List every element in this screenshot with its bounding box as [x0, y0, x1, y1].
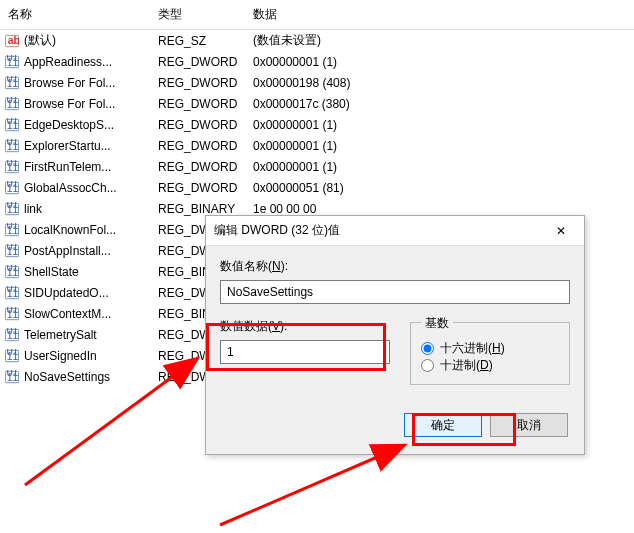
table-row[interactable]: ab(默认)REG_SZ(数值未设置)	[0, 30, 634, 51]
table-row[interactable]: 011110ExplorerStartu...REG_DWORD0x000000…	[0, 135, 634, 156]
col-header-data[interactable]: 数据	[245, 4, 634, 25]
cell-type: REG_DWORD	[154, 55, 249, 69]
binary-value-icon: 011110	[4, 202, 20, 216]
svg-line-53	[220, 445, 405, 525]
table-row[interactable]: 011110AppReadiness...REG_DWORD0x00000001…	[0, 51, 634, 72]
table-row[interactable]: 011110GlobalAssocCh...REG_DWORD0x0000005…	[0, 177, 634, 198]
binary-value-icon: 011110	[4, 349, 20, 363]
binary-value-icon: 011110	[4, 223, 20, 237]
cell-data: 1e 00 00 00	[249, 202, 630, 216]
value-name-label: 数值名称(N):	[220, 258, 570, 275]
svg-text:110: 110	[7, 161, 19, 173]
binary-value-icon: 011110	[4, 76, 20, 90]
radix-hex-radio[interactable]	[421, 342, 434, 355]
svg-text:110: 110	[7, 350, 19, 362]
close-button[interactable]: ✕	[546, 219, 576, 243]
binary-value-icon: 011110	[4, 139, 20, 153]
cell-data: 0x00000001 (1)	[249, 118, 630, 132]
cell-data: 0x00000001 (1)	[249, 55, 630, 69]
dialog-titlebar: 编辑 DWORD (32 位)值 ✕	[206, 216, 584, 246]
svg-text:110: 110	[7, 245, 19, 257]
cell-data: 0x00000001 (1)	[249, 160, 630, 174]
cell-name: NoSaveSettings	[24, 370, 110, 384]
cell-name: ShellState	[24, 265, 79, 279]
cell-type: REG_DWORD	[154, 118, 249, 132]
cell-type: REG_BINARY	[154, 202, 249, 216]
cell-name: link	[24, 202, 42, 216]
cell-name: SIDUpdatedO...	[24, 286, 109, 300]
radix-legend: 基数	[421, 315, 453, 332]
cell-name: GlobalAssocCh...	[24, 181, 117, 195]
ok-button[interactable]: 确定	[404, 413, 482, 437]
close-icon: ✕	[556, 224, 566, 238]
binary-value-icon: 011110	[4, 55, 20, 69]
dialog-button-row: 确定 取消	[220, 413, 570, 437]
svg-text:110: 110	[7, 308, 19, 320]
svg-text:110: 110	[7, 140, 19, 152]
binary-value-icon: 011110	[4, 307, 20, 321]
cell-name: SlowContextM...	[24, 307, 111, 321]
cancel-button[interactable]: 取消	[490, 413, 568, 437]
binary-value-icon: 011110	[4, 286, 20, 300]
cell-type: REG_SZ	[154, 34, 249, 48]
cell-data: 0x00000051 (81)	[249, 181, 630, 195]
radix-dec-label[interactable]: 十进制(D)	[440, 357, 493, 374]
cell-type: REG_DWORD	[154, 76, 249, 90]
cell-data: 0x00000198 (408)	[249, 76, 630, 90]
svg-text:110: 110	[7, 287, 19, 299]
cell-name: (默认)	[24, 32, 56, 49]
cell-name: ExplorerStartu...	[24, 139, 111, 153]
svg-text:110: 110	[7, 203, 19, 215]
table-row[interactable]: 011110Browse For Fol...REG_DWORD0x000001…	[0, 93, 634, 114]
cell-name: UserSignedIn	[24, 349, 97, 363]
value-data-label: 数值数据(V):	[220, 318, 390, 335]
binary-value-icon: 011110	[4, 181, 20, 195]
cell-name: EdgeDesktopS...	[24, 118, 114, 132]
binary-value-icon: 011110	[4, 118, 20, 132]
binary-value-icon: 011110	[4, 97, 20, 111]
col-header-type[interactable]: 类型	[150, 4, 245, 25]
cell-data: 0x0000017c (380)	[249, 97, 630, 111]
cell-name: Browse For Fol...	[24, 76, 115, 90]
cell-data: (数值未设置)	[249, 32, 630, 49]
table-row[interactable]: 011110EdgeDesktopS...REG_DWORD0x00000001…	[0, 114, 634, 135]
cell-name: TelemetrySalt	[24, 328, 97, 342]
dialog-title: 编辑 DWORD (32 位)值	[214, 222, 340, 239]
radix-dec-radio[interactable]	[421, 359, 434, 372]
value-name-input[interactable]	[220, 280, 570, 304]
svg-text:110: 110	[7, 371, 19, 383]
radix-hex-label[interactable]: 十六进制(H)	[440, 340, 505, 357]
cell-name: LocalKnownFol...	[24, 223, 116, 237]
svg-text:110: 110	[7, 77, 19, 89]
edit-dword-dialog: 编辑 DWORD (32 位)值 ✕ 数值名称(N): 数值数据(V): 基数 …	[205, 215, 585, 455]
string-value-icon: ab	[4, 34, 20, 48]
binary-value-icon: 011110	[4, 265, 20, 279]
cell-type: REG_DWORD	[154, 160, 249, 174]
binary-value-icon: 011110	[4, 370, 20, 384]
col-header-name[interactable]: 名称	[0, 4, 150, 25]
cell-data: 0x00000001 (1)	[249, 139, 630, 153]
cell-type: REG_DWORD	[154, 139, 249, 153]
cell-name: PostAppInstall...	[24, 244, 111, 258]
svg-text:110: 110	[7, 119, 19, 131]
cell-type: REG_DWORD	[154, 97, 249, 111]
value-data-input[interactable]	[220, 340, 390, 364]
svg-text:110: 110	[7, 56, 19, 68]
table-row[interactable]: 011110Browse For Fol...REG_DWORD0x000001…	[0, 72, 634, 93]
registry-header-row: 名称 类型 数据	[0, 0, 634, 30]
binary-value-icon: 011110	[4, 328, 20, 342]
radix-fieldset: 基数 十六进制(H) 十进制(D)	[410, 322, 570, 385]
cell-name: Browse For Fol...	[24, 97, 115, 111]
svg-text:110: 110	[7, 98, 19, 110]
cell-name: AppReadiness...	[24, 55, 112, 69]
cell-type: REG_DWORD	[154, 181, 249, 195]
svg-text:110: 110	[7, 329, 19, 341]
cell-name: FirstRunTelem...	[24, 160, 111, 174]
binary-value-icon: 011110	[4, 244, 20, 258]
svg-text:110: 110	[7, 182, 19, 194]
dialog-body: 数值名称(N): 数值数据(V): 基数 十六进制(H) 十进制(D)	[206, 246, 584, 449]
svg-text:110: 110	[7, 266, 19, 278]
svg-text:ab: ab	[8, 34, 19, 46]
svg-text:110: 110	[7, 224, 19, 236]
table-row[interactable]: 011110FirstRunTelem...REG_DWORD0x0000000…	[0, 156, 634, 177]
